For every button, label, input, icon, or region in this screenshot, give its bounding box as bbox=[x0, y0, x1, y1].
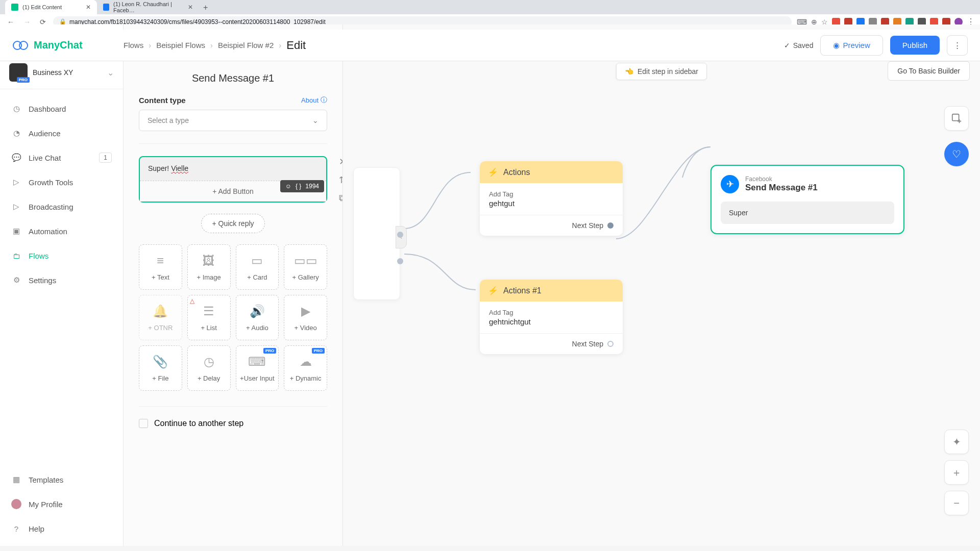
actions-node[interactable]: ⚡Actions #1 Add Tag gehtnichtgut Next St… bbox=[480, 280, 623, 354]
node-title: Actions bbox=[503, 168, 530, 177]
tile-file[interactable]: 📎+ File bbox=[139, 345, 182, 391]
content-type-select[interactable]: Select a type ⌄ bbox=[139, 110, 327, 131]
warning-icon: △ bbox=[190, 297, 194, 305]
duplicate-icon[interactable]: ⧉ bbox=[339, 193, 343, 204]
point-icon: 👈 bbox=[625, 67, 633, 76]
sidebar-item-dashboard[interactable]: ◷Dashboard bbox=[0, 96, 123, 121]
chevron-down-icon: ⌄ bbox=[312, 116, 318, 124]
tile-gallery[interactable]: ▭▭+ Gallery bbox=[284, 244, 327, 290]
sidebar-item-livechat[interactable]: 💬Live Chat1 bbox=[0, 145, 123, 170]
next-step[interactable]: Next Step bbox=[480, 215, 623, 236]
emoji-icon[interactable]: ☺ bbox=[285, 183, 291, 190]
tile-audio[interactable]: 🔊+ Audio bbox=[236, 295, 279, 340]
sidebar-item-flows[interactable]: 🗀Flows bbox=[0, 243, 123, 268]
add-node-button[interactable] bbox=[944, 106, 969, 131]
tile-image[interactable]: 🖼+ Image bbox=[187, 244, 231, 290]
tile-otnr[interactable]: 🔔+ OTNR bbox=[139, 295, 182, 340]
breadcrumb-item[interactable]: Beispiel Flows bbox=[156, 41, 205, 49]
bolt-icon: ⚡ bbox=[488, 286, 498, 295]
preview-button[interactable]: ◉ Preview bbox=[820, 35, 883, 56]
new-tab-button[interactable]: + bbox=[199, 1, 212, 14]
quick-reply-button[interactable]: + Quick reply bbox=[201, 214, 264, 233]
text-icon: ≡ bbox=[157, 253, 164, 268]
sidebar-item-audience[interactable]: ◔Audience bbox=[0, 121, 123, 145]
close-icon[interactable]: ✕ bbox=[86, 4, 91, 11]
message-bubble: Super bbox=[721, 202, 894, 224]
connectors bbox=[343, 24, 980, 546]
org-name: Business XY bbox=[33, 68, 102, 77]
message-text-input[interactable]: Super! Vielle bbox=[140, 157, 326, 181]
assistant-button[interactable]: ♡ bbox=[944, 142, 969, 166]
publish-button[interactable]: Publish bbox=[890, 36, 940, 55]
output-port[interactable] bbox=[397, 258, 403, 264]
delete-icon[interactable]: ✕ bbox=[339, 156, 343, 167]
sidebar-item-growth[interactable]: ▷Growth Tools bbox=[0, 170, 123, 194]
growth-icon: ▷ bbox=[11, 177, 21, 187]
tile-delay[interactable]: ◷+ Delay bbox=[187, 345, 231, 391]
forward-icon[interactable]: → bbox=[21, 17, 33, 27]
sidebar-item-broadcasting[interactable]: ▷Broadcasting bbox=[0, 194, 123, 219]
dynamic-icon: ☁ bbox=[300, 354, 312, 369]
browser-tab-active[interactable]: (1) Edit Content ✕ bbox=[5, 0, 97, 14]
panel-title: Send Message #1 bbox=[139, 61, 327, 95]
logo[interactable]: ManyChat bbox=[12, 37, 124, 54]
node-title: Actions #1 bbox=[503, 286, 542, 295]
zoom-in-button[interactable]: ＋ bbox=[944, 460, 969, 485]
tile-userinput[interactable]: PRO⌨+User Input bbox=[236, 345, 279, 391]
text-block[interactable]: Super! Vielle + Add Button ☺ { } 1994 bbox=[139, 156, 327, 203]
more-button[interactable]: ⋮ bbox=[947, 35, 968, 56]
sidebar-item-settings[interactable]: ⚙Settings bbox=[0, 268, 123, 292]
variable-icon[interactable]: { } bbox=[296, 183, 301, 190]
breadcrumb-current: Edit bbox=[286, 39, 306, 52]
previous-node-ghost[interactable] bbox=[353, 167, 400, 300]
video-icon: ▶ bbox=[301, 304, 310, 319]
breadcrumb-item[interactable]: Flows bbox=[124, 41, 143, 49]
audience-icon: ◔ bbox=[11, 128, 21, 138]
info-icon: ⓘ bbox=[321, 95, 327, 105]
auto-layout-button[interactable]: ✦ bbox=[944, 430, 969, 454]
flow-canvas[interactable]: 👈 Edit step in sidebar Go To Basic Build… bbox=[343, 24, 980, 546]
manychat-favicon bbox=[11, 4, 18, 11]
flows-icon: 🗀 bbox=[11, 251, 21, 261]
action-value: gehtnichtgut bbox=[489, 317, 614, 326]
edit-sidebar-hint[interactable]: 👈 Edit step in sidebar bbox=[616, 63, 707, 80]
tile-dynamic[interactable]: PRO☁+ Dynamic bbox=[284, 345, 327, 391]
sidebar-item-profile[interactable]: My Profile bbox=[0, 492, 123, 516]
bell-icon: 🔔 bbox=[153, 304, 168, 319]
tile-list[interactable]: △☰+ List bbox=[187, 295, 231, 340]
actions-node[interactable]: ⚡Actions Add Tag gehtgut Next Step bbox=[480, 161, 623, 236]
move-icon[interactable]: ⇅ bbox=[339, 174, 343, 186]
next-step[interactable]: Next Step bbox=[480, 333, 623, 354]
output-port[interactable] bbox=[397, 232, 403, 238]
continue-checkbox[interactable] bbox=[139, 419, 148, 428]
zoom-out-button[interactable]: − bbox=[944, 491, 969, 515]
org-avatar: PRO bbox=[9, 63, 28, 82]
browser-tab[interactable]: (1) Leon R. Chaudhari | Faceb… ✕ bbox=[97, 0, 199, 14]
logo-text: ManyChat bbox=[34, 39, 83, 51]
list-icon: ☰ bbox=[203, 304, 214, 319]
pro-badge: PRO bbox=[312, 348, 325, 354]
gallery-icon: ▭▭ bbox=[294, 253, 317, 268]
tile-video[interactable]: ▶+ Video bbox=[284, 295, 327, 340]
sidebar-item-automation[interactable]: ▣Automation bbox=[0, 219, 123, 243]
close-icon[interactable]: ✕ bbox=[188, 4, 193, 11]
avatar-icon bbox=[11, 499, 21, 509]
message-node[interactable]: ✈ Facebook Send Message #1 Super bbox=[710, 165, 904, 234]
tile-text[interactable]: ≡+ Text bbox=[139, 244, 182, 290]
basic-builder-button[interactable]: Go To Basic Builder bbox=[888, 61, 970, 81]
breadcrumb-item[interactable]: Beispiel Flow #2 bbox=[218, 41, 274, 49]
output-port[interactable] bbox=[607, 222, 614, 229]
chevron-down-icon: ⌄ bbox=[107, 68, 114, 78]
svg-rect-2 bbox=[952, 114, 959, 121]
tile-card[interactable]: ▭+ Card bbox=[236, 244, 279, 290]
chevron-right-icon: › bbox=[149, 41, 151, 49]
about-link[interactable]: About ⓘ bbox=[301, 95, 327, 105]
tab-title: (1) Leon R. Chaudhari | Faceb… bbox=[113, 1, 184, 13]
add-button[interactable]: + Add Button ☺ { } 1994 bbox=[140, 181, 326, 202]
chevron-right-icon: › bbox=[210, 41, 213, 49]
sidebar-item-help[interactable]: ?Help bbox=[0, 516, 123, 541]
continue-row[interactable]: Continue to another step bbox=[139, 406, 327, 428]
platform-label: Facebook bbox=[745, 176, 818, 183]
output-port[interactable] bbox=[607, 341, 614, 347]
sidebar-item-templates[interactable]: ▦Templates bbox=[0, 467, 123, 492]
